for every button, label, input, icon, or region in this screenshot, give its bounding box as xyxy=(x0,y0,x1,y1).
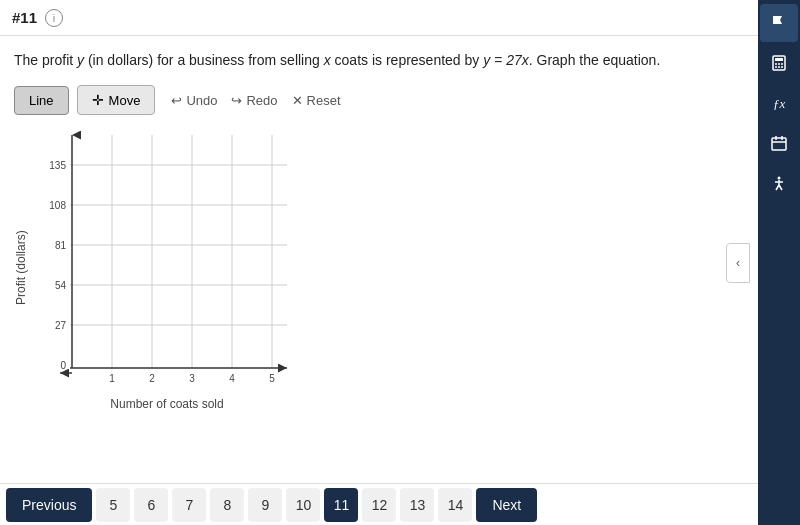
info-button[interactable]: i xyxy=(45,9,63,27)
action-buttons: ↩ Undo ↪ Redo ✕ Reset xyxy=(171,93,340,108)
svg-point-3 xyxy=(778,63,780,65)
svg-text:1: 1 xyxy=(109,373,115,384)
page-button-11[interactable]: 11 xyxy=(324,488,358,522)
reset-label: Reset xyxy=(307,93,341,108)
page-button-5[interactable]: 5 xyxy=(96,488,130,522)
problem-text-mid1: (in dollars) for a business from selling xyxy=(84,52,324,68)
graph-area[interactable]: 0 27 54 81 108 135 1 2 3 4 5 Number of c… xyxy=(32,125,302,411)
svg-point-2 xyxy=(775,63,777,65)
problem-text-end: . Graph the equation. xyxy=(529,52,661,68)
graph-container: Profit (dollars) xyxy=(14,125,750,411)
line-tool-button[interactable]: Line xyxy=(14,86,69,115)
svg-text:27: 27 xyxy=(55,320,67,331)
svg-point-7 xyxy=(781,66,783,68)
formula-button[interactable]: ƒx xyxy=(760,84,798,122)
svg-line-16 xyxy=(776,185,779,190)
page-button-10[interactable]: 10 xyxy=(286,488,320,522)
move-icon: ✛ xyxy=(92,92,104,108)
svg-text:135: 135 xyxy=(49,160,66,171)
reset-button[interactable]: ✕ Reset xyxy=(292,93,341,108)
svg-text:ƒx: ƒx xyxy=(773,96,786,111)
svg-text:5: 5 xyxy=(269,373,275,384)
svg-text:4: 4 xyxy=(229,373,235,384)
bottom-nav: Previous 5 6 7 8 9 10 11 12 13 14 Next xyxy=(0,483,800,525)
page-button-13[interactable]: 13 xyxy=(400,488,434,522)
page-button-14[interactable]: 14 xyxy=(438,488,472,522)
svg-text:81: 81 xyxy=(55,240,67,251)
svg-text:0: 0 xyxy=(60,360,66,371)
right-sidebar: ƒx xyxy=(758,0,800,525)
page-button-8[interactable]: 8 xyxy=(210,488,244,522)
svg-text:54: 54 xyxy=(55,280,67,291)
page-button-7[interactable]: 7 xyxy=(172,488,206,522)
undo-arrow-icon: ↩ xyxy=(171,93,182,108)
next-button[interactable]: Next xyxy=(476,488,537,522)
problem-text: The profit y (in dollars) for a business… xyxy=(14,50,664,71)
calendar-button[interactable] xyxy=(760,124,798,162)
question-number: #11 xyxy=(12,9,37,26)
svg-point-4 xyxy=(781,63,783,65)
move-tool-button[interactable]: ✛ Move xyxy=(77,85,156,115)
reset-x-icon: ✕ xyxy=(292,93,303,108)
svg-line-17 xyxy=(779,185,782,190)
accessibility-button[interactable] xyxy=(760,164,798,202)
redo-label: Redo xyxy=(246,93,277,108)
redo-arrow-icon: ↪ xyxy=(231,93,242,108)
undo-label: Undo xyxy=(186,93,217,108)
redo-button[interactable]: ↪ Redo xyxy=(231,93,277,108)
line-tool-label: Line xyxy=(29,93,54,108)
problem-text-before: The profit xyxy=(14,52,77,68)
move-tool-label: Move xyxy=(109,93,141,108)
var-y: y xyxy=(77,52,84,68)
svg-point-13 xyxy=(778,177,781,180)
page-button-9[interactable]: 9 xyxy=(248,488,282,522)
y-axis-label: Profit (dollars) xyxy=(14,125,28,411)
svg-text:108: 108 xyxy=(49,200,66,211)
page-button-6[interactable]: 6 xyxy=(134,488,168,522)
svg-point-6 xyxy=(778,66,780,68)
svg-text:2: 2 xyxy=(149,373,155,384)
main-content: The profit y (in dollars) for a business… xyxy=(0,36,800,483)
problem-text-mid2: coats is represented by xyxy=(331,52,484,68)
graph-toolbar: Line ✛ Move ↩ Undo ↪ Redo ✕ Reset xyxy=(14,85,750,115)
svg-rect-9 xyxy=(772,138,786,150)
calculator-button[interactable] xyxy=(760,44,798,82)
x-axis-label: Number of coats sold xyxy=(32,397,302,411)
flag-button[interactable] xyxy=(760,4,798,42)
page-button-12[interactable]: 12 xyxy=(362,488,396,522)
undo-button[interactable]: ↩ Undo xyxy=(171,93,217,108)
previous-button[interactable]: Previous xyxy=(6,488,92,522)
svg-point-5 xyxy=(775,66,777,68)
svg-text:3: 3 xyxy=(189,373,195,384)
graph-svg[interactable]: 0 27 54 81 108 135 1 2 3 4 5 xyxy=(32,125,302,395)
equation: y = 27x xyxy=(483,52,529,68)
svg-rect-1 xyxy=(775,58,783,61)
var-x: x xyxy=(324,52,331,68)
question-header: #11 i xyxy=(0,0,800,36)
